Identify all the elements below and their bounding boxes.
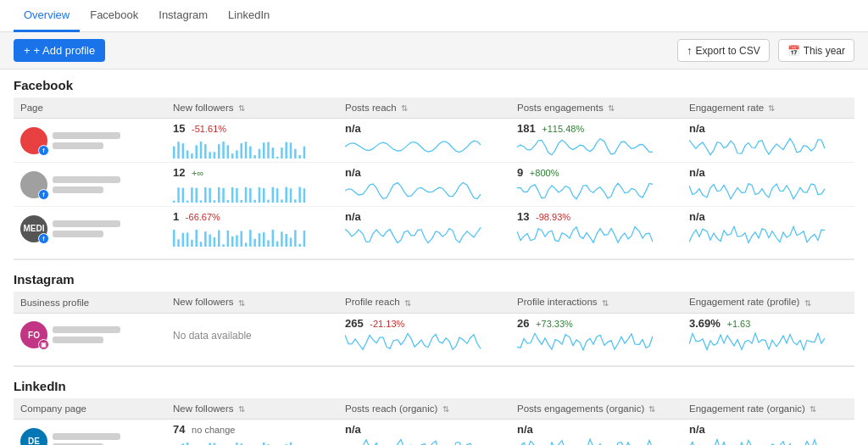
posts-reach-cell: 265 -21.13% (338, 313, 510, 357)
followers-sparkline (173, 223, 309, 247)
linkedin-table: Company page New followers ⇅ Posts reach… (14, 398, 854, 445)
svg-rect-78 (253, 239, 256, 247)
reach-sparkline (345, 330, 481, 353)
li-col-reach[interactable]: Posts reach (organic) ⇅ (338, 398, 510, 420)
svg-rect-83 (276, 242, 279, 247)
instagram-table: Business profile New followers ⇅ Profile… (14, 292, 854, 356)
top-nav: Overview Facebook Instagram LinkedIn (0, 0, 868, 32)
svg-rect-19 (259, 149, 261, 159)
facebook-badge: f (38, 189, 49, 200)
table-row: MEDI f 1 -66.67% n/a 13 (14, 207, 854, 251)
eng-value: 13 -98.93% (517, 210, 676, 223)
reach-value: 265 -21.13% (345, 317, 504, 330)
svg-rect-49 (259, 187, 261, 203)
toolbar: + + Add profile ↑ Export to CSV 📅 This y… (0, 32, 868, 70)
nav-item-overview[interactable]: Overview (14, 0, 80, 32)
new-followers-cell: 1 -66.67% (166, 207, 338, 251)
facebook-table: Page New followers ⇅ Posts reach ⇅ Posts… (14, 97, 854, 250)
svg-rect-74 (236, 236, 238, 248)
followers-number: 74 (173, 423, 185, 436)
no-data-label: No data available (173, 330, 252, 342)
svg-rect-9 (214, 153, 216, 159)
rate-number: n/a (689, 166, 705, 179)
add-profile-label: + Add profile (34, 44, 96, 57)
svg-rect-89 (303, 231, 306, 248)
rate-sparkline (689, 179, 825, 203)
svg-rect-18 (253, 156, 256, 159)
li-col-followers[interactable]: New followers ⇅ (166, 398, 338, 420)
ig-col-followers[interactable]: New followers ⇅ (166, 292, 338, 313)
linkedin-section: LinkedIn Company page New followers ⇅ Po… (14, 370, 854, 445)
eng-change: -98.93% (536, 212, 570, 222)
ig-col-reach[interactable]: Profile reach ⇅ (338, 292, 510, 313)
rate-number: 3.69% (689, 317, 721, 330)
profile-name-bar-sm (53, 142, 103, 149)
svg-rect-72 (227, 231, 230, 247)
profile-cell-1: f (14, 163, 166, 207)
svg-rect-75 (241, 231, 243, 247)
svg-rect-1 (177, 142, 180, 159)
facebook-badge: f (38, 233, 49, 244)
reach-change: -21.13% (370, 319, 404, 329)
eng-change: +115.48% (542, 124, 584, 134)
reach-number: n/a (345, 210, 361, 223)
svg-rect-84 (281, 232, 283, 248)
svg-rect-50 (263, 189, 265, 203)
li-col-eng[interactable]: Posts engagements (organic) ⇅ (510, 398, 682, 420)
svg-rect-55 (286, 187, 288, 203)
nav-item-instagram[interactable]: Instagram (148, 0, 218, 32)
svg-rect-17 (249, 147, 252, 159)
svg-rect-31 (177, 188, 180, 203)
eng-sparkline (517, 135, 653, 159)
fb-col-rate[interactable]: Engagement rate ⇅ (682, 97, 854, 119)
eng-sparkline (517, 223, 653, 247)
svg-rect-33 (186, 201, 189, 203)
reach-sparkline (345, 223, 481, 247)
eng-sparkline (517, 330, 653, 353)
export-csv-button[interactable]: ↑ Export to CSV (677, 39, 770, 62)
eng-sparkline (517, 179, 653, 203)
svg-rect-0 (173, 147, 175, 159)
li-col-rate[interactable]: Engagement rate (organic) ⇅ (682, 398, 854, 420)
svg-rect-69 (214, 237, 216, 247)
nav-item-linkedin[interactable]: LinkedIn (218, 0, 280, 32)
eng-value: 9 +800% (517, 166, 676, 179)
profile-name-bar (53, 132, 120, 139)
posts-engagements-cell: n/a (510, 420, 682, 445)
svg-rect-14 (236, 151, 238, 159)
eng-change: +73.33% (536, 319, 573, 329)
svg-rect-3 (186, 151, 189, 159)
instagram-badge: ▣ (38, 339, 49, 350)
metric-value: 1 -66.67% (173, 210, 331, 223)
plus-icon: + (24, 44, 31, 57)
instagram-section-title: Instagram (14, 264, 854, 292)
nav-item-facebook[interactable]: Facebook (80, 0, 148, 32)
add-profile-button[interactable]: + + Add profile (14, 39, 105, 62)
rate-value: 3.69% +1.63 (689, 317, 848, 330)
svg-rect-8 (209, 153, 211, 159)
ig-col-rate[interactable]: Engagement rate (profile) ⇅ (682, 292, 854, 313)
followers-change: no change (192, 425, 235, 435)
fb-col-eng[interactable]: Posts engagements ⇅ (510, 97, 682, 119)
date-filter-button[interactable]: 📅 This year (778, 39, 854, 62)
engagement-rate-cell: n/a (682, 119, 854, 163)
svg-rect-25 (286, 142, 288, 159)
rate-sparkline (689, 330, 825, 353)
fb-col-followers[interactable]: New followers ⇅ (166, 97, 338, 119)
ig-col-interactions[interactable]: Profile interactions ⇅ (510, 292, 682, 313)
svg-rect-79 (259, 234, 261, 248)
fb-col-reach[interactable]: Posts reach ⇅ (338, 97, 510, 119)
svg-rect-51 (267, 200, 270, 203)
svg-rect-27 (294, 149, 297, 159)
avatar-image: DE (20, 428, 47, 445)
profile-info (53, 220, 120, 237)
svg-rect-68 (209, 235, 211, 247)
svg-rect-65 (196, 231, 198, 248)
metric-value: 15 -51.61% (173, 122, 331, 135)
profile-cell-2: MEDI f (14, 207, 166, 251)
svg-rect-4 (191, 154, 193, 159)
svg-rect-73 (231, 236, 234, 247)
svg-rect-86 (290, 238, 292, 247)
eng-value: 181 +115.48% (517, 122, 676, 135)
eng-number: 13 (517, 210, 529, 223)
